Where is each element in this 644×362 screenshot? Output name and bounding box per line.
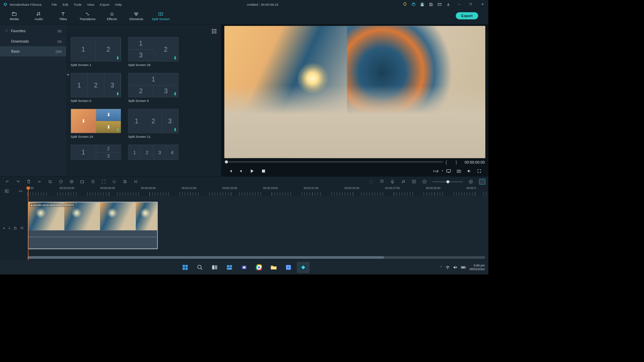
detect-button[interactable]: [99, 178, 108, 185]
collapse-sidebar-button[interactable]: ◀: [66, 71, 69, 78]
play-backward-button[interactable]: [235, 167, 246, 175]
tab-titles[interactable]: Titles: [51, 9, 75, 24]
color-button[interactable]: [67, 178, 76, 185]
download-icon[interactable]: ⬇: [116, 127, 119, 132]
speed-button[interactable]: [56, 178, 65, 185]
teams-button[interactable]: [238, 262, 251, 273]
marker-button[interactable]: [377, 178, 386, 185]
message-icon[interactable]: [435, 1, 443, 8]
grid-view-icon[interactable]: [212, 29, 217, 34]
tab-split-screen[interactable]: Split Screen: [149, 9, 173, 24]
tab-audio[interactable]: Audio: [26, 9, 51, 24]
timeline-ruler[interactable]: 00:00:00:0000:00:03:0000:00:06:0000:00:0…: [28, 187, 488, 196]
category-basic[interactable]: Basic (30): [0, 46, 66, 56]
download-icon[interactable]: ⬇: [116, 91, 119, 96]
menu-file[interactable]: File: [49, 1, 59, 7]
template-item[interactable]: 1234: [128, 144, 178, 160]
menu-edit[interactable]: Edit: [60, 1, 71, 7]
task-view-button[interactable]: [208, 262, 221, 273]
filmora-taskbar-button[interactable]: [297, 262, 310, 273]
zoom-out-button[interactable]: [420, 178, 429, 185]
widgets-button[interactable]: [223, 262, 236, 273]
taskbar-clock[interactable]: 5:59 pm 08/01/2022: [470, 264, 485, 271]
download-icon[interactable]: ⬇: [173, 91, 177, 96]
wifi-icon[interactable]: [445, 266, 449, 269]
project-title: Untitled : 00:00:09:15: [124, 2, 401, 6]
save-icon[interactable]: [427, 1, 435, 8]
download-icon[interactable]: ⬇: [173, 55, 177, 60]
minimize-button[interactable]: ─: [453, 0, 465, 9]
green-screen-button[interactable]: [78, 178, 87, 185]
undo-button[interactable]: ↶: [3, 178, 12, 185]
zoom-slider[interactable]: [432, 181, 463, 182]
playhead[interactable]: [28, 187, 29, 260]
audio-sync-button[interactable]: [399, 178, 408, 185]
video-clip[interactable]: pexels-anna-tarazevich-6550971: [28, 202, 158, 249]
preview-quality-select[interactable]: Full: [431, 168, 444, 174]
menu-export[interactable]: Export: [97, 1, 112, 7]
tab-elements[interactable]: Elements: [124, 9, 149, 24]
download-icon[interactable]: ⬇: [173, 127, 177, 132]
preview-scrubber[interactable]: [225, 162, 443, 163]
redo-button[interactable]: ↷: [14, 178, 22, 185]
download-icon[interactable]: [444, 1, 452, 8]
tips-icon[interactable]: [401, 1, 409, 8]
zoom-fit-button[interactable]: [479, 179, 485, 184]
template-item[interactable]: 12⬇ Split Screen 1: [71, 37, 121, 67]
volume-button[interactable]: [464, 167, 474, 175]
snip-button[interactable]: [282, 262, 295, 273]
chrome-button[interactable]: [253, 262, 265, 273]
menu-tools[interactable]: Tools: [71, 1, 84, 7]
close-button[interactable]: ✕: [477, 0, 488, 9]
split-button[interactable]: ✂: [35, 178, 44, 185]
download-icon[interactable]: ⬇: [116, 55, 119, 60]
play-button[interactable]: [246, 167, 259, 175]
svg-rect-6: [12, 13, 16, 16]
volume-tray-icon[interactable]: [453, 265, 457, 269]
start-button[interactable]: [179, 262, 192, 273]
fullscreen-button[interactable]: [474, 167, 484, 175]
template-item[interactable]: 13 2 ⬇ Split Screen 25: [128, 37, 178, 67]
prev-frame-button[interactable]: [225, 167, 235, 175]
svg-rect-69: [271, 266, 277, 269]
timeline-tracks[interactable]: pexels-anna-tarazevich-6550971: [28, 196, 488, 260]
template-item[interactable]: 1 23 ⬇ Split Screen 9: [128, 73, 178, 103]
crop-button[interactable]: [46, 178, 54, 185]
display-button[interactable]: [443, 167, 453, 175]
search-button[interactable]: [194, 262, 206, 273]
zoom-in-button[interactable]: [467, 178, 475, 185]
maximize-button[interactable]: ❐: [465, 0, 477, 9]
audio-mixer-button[interactable]: [131, 178, 140, 185]
mark-in-out[interactable]: { }: [445, 159, 461, 165]
template-item[interactable]: ⬇⬇⬇⬇ Split Screen 24: [71, 109, 121, 139]
timeline-link-icon[interactable]: [18, 189, 22, 193]
export-button[interactable]: Export: [456, 12, 478, 19]
add-track-button[interactable]: [410, 178, 418, 185]
support-icon[interactable]: [410, 1, 418, 8]
snapshot-button[interactable]: [454, 167, 464, 175]
visibility-icon[interactable]: [20, 227, 24, 229]
record-button[interactable]: [388, 178, 397, 185]
keyframe-button[interactable]: [110, 178, 119, 185]
account-icon[interactable]: [418, 1, 426, 8]
category-downloads[interactable]: Downloads (0): [0, 36, 66, 46]
template-item[interactable]: 1 2 3 ⬇ Split Screen 11: [128, 109, 178, 139]
tray-expand-icon[interactable]: ˄: [440, 265, 442, 269]
timeline-manage-icon[interactable]: [5, 189, 9, 193]
duration-button[interactable]: [89, 178, 97, 185]
tab-transitions[interactable]: Transitions: [75, 9, 100, 24]
render-button[interactable]: [367, 178, 375, 185]
delete-button[interactable]: [24, 178, 33, 185]
template-item[interactable]: 1 23: [71, 144, 121, 160]
tab-media[interactable]: Media: [2, 9, 26, 24]
explorer-button[interactable]: [267, 262, 280, 273]
adjust-button[interactable]: [120, 178, 129, 185]
stop-button[interactable]: [258, 167, 268, 175]
template-item[interactable]: 123⬇ Split Screen 5: [71, 73, 121, 103]
tab-effects[interactable]: Effects: [100, 9, 124, 24]
category-favorites[interactable]: ♡ Favorites (0): [0, 26, 66, 36]
menu-view[interactable]: View: [85, 1, 97, 7]
lock-icon[interactable]: [14, 226, 16, 230]
menu-help[interactable]: Help: [112, 1, 124, 7]
battery-icon[interactable]: [461, 266, 466, 269]
